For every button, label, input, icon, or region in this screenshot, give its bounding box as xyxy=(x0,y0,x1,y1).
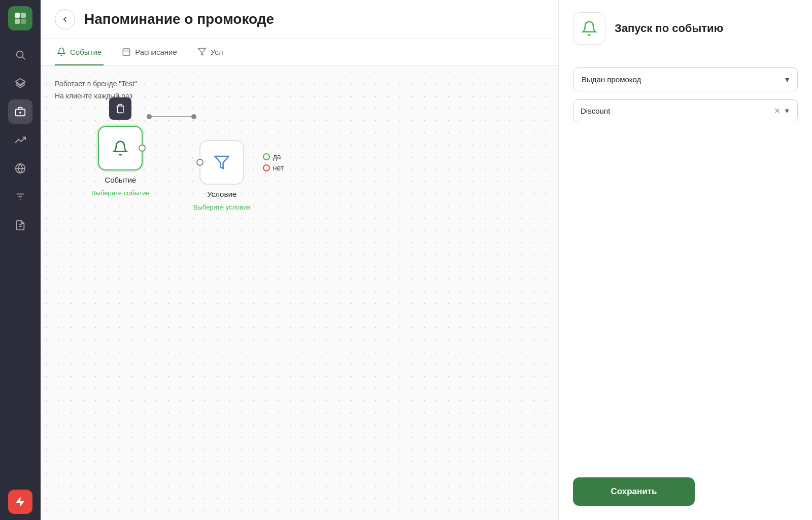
condition-node-wrapper: да нет Условие Выберите условия xyxy=(193,112,251,211)
event-node-label: Событие xyxy=(105,176,136,184)
tag-field[interactable]: Discount ✕ ▼ xyxy=(573,99,798,122)
sidebar-item-analytics[interactable] xyxy=(8,128,32,152)
calendar-icon xyxy=(122,47,131,56)
svg-marker-23 xyxy=(215,156,229,168)
svg-point-4 xyxy=(17,51,23,58)
panel-title: Запуск по событию xyxy=(615,22,723,35)
svg-line-5 xyxy=(22,57,25,59)
tab-event[interactable]: Событие xyxy=(55,39,104,65)
svg-rect-3 xyxy=(21,19,26,24)
tabs-bar: Событие Расписание Усл xyxy=(41,39,558,66)
event-node-sublabel[interactable]: Выберите событие xyxy=(91,189,150,197)
page-header: Напоминание о промокоде xyxy=(41,0,558,39)
output-yes-dot xyxy=(263,153,270,160)
svg-rect-0 xyxy=(15,13,20,18)
tag-field-right: ✕ ▼ xyxy=(774,106,790,116)
panel-icon-box xyxy=(573,12,605,45)
tag-clear-icon[interactable]: ✕ xyxy=(774,106,781,116)
canvas-info-line1: Работает в бренде "Test" xyxy=(55,78,137,90)
flash-button[interactable] xyxy=(8,490,32,514)
filter-icon xyxy=(197,47,207,56)
tag-field-left: Discount xyxy=(581,107,610,115)
panel-bell-icon xyxy=(581,20,597,37)
condition-outputs: да нет xyxy=(263,153,284,172)
bell-node-icon xyxy=(112,140,128,156)
svg-marker-17 xyxy=(16,497,25,507)
bell-icon xyxy=(57,47,66,56)
event-select-wrapper: Выдан промокод Создан заказ Регистрация … xyxy=(573,67,798,91)
back-button[interactable] xyxy=(55,9,75,29)
sidebar xyxy=(0,0,41,520)
sidebar-item-filter[interactable] xyxy=(8,185,32,209)
tab-schedule-label: Расписание xyxy=(135,48,177,56)
output-no-dot xyxy=(263,164,270,171)
save-button[interactable]: Сохранить xyxy=(573,477,695,506)
canvas-area[interactable]: Работает в бренде "Test" На клиенте кажд… xyxy=(41,66,558,520)
svg-rect-2 xyxy=(15,19,20,24)
event-node-output xyxy=(139,145,146,152)
sidebar-item-layers[interactable] xyxy=(8,71,32,95)
output-no-label: нет xyxy=(273,164,284,172)
main-area: Напоминание о промокоде Событие Расписан… xyxy=(41,0,558,520)
sidebar-item-globe[interactable] xyxy=(8,156,32,181)
right-panel: Запуск по событию Выдан промокод Создан … xyxy=(558,0,812,520)
condition-node-sublabel[interactable]: Выберите условия xyxy=(193,203,251,211)
tab-schedule[interactable]: Расписание xyxy=(120,39,179,65)
sidebar-item-export[interactable] xyxy=(8,213,32,237)
svg-marker-22 xyxy=(198,48,206,55)
event-node-wrapper: Событие Выберите событие xyxy=(91,126,150,197)
event-select[interactable]: Выдан промокод Создан заказ Регистрация xyxy=(573,67,798,91)
sidebar-item-campaigns[interactable] xyxy=(8,99,32,124)
tab-condition[interactable]: Усл xyxy=(195,39,225,65)
output-yes: да xyxy=(263,153,284,161)
event-node[interactable] xyxy=(98,126,143,170)
tag-dropdown-icon[interactable]: ▼ xyxy=(784,107,790,115)
condition-node[interactable]: да нет xyxy=(199,140,244,185)
flow-container: Событие Выберите событие xyxy=(91,112,251,211)
app-logo[interactable] xyxy=(8,6,32,30)
svg-rect-1 xyxy=(21,13,26,18)
panel-body: Выдан промокод Создан заказ Регистрация … xyxy=(559,55,812,467)
sidebar-bottom xyxy=(8,490,32,514)
condition-node-icon xyxy=(214,154,230,170)
condition-node-input xyxy=(196,159,204,166)
sidebar-item-search[interactable] xyxy=(8,43,32,67)
delete-button[interactable] xyxy=(109,97,131,120)
condition-node-label: Условие xyxy=(207,190,236,198)
tag-value: Discount xyxy=(581,107,610,115)
svg-rect-18 xyxy=(123,49,130,56)
output-no: нет xyxy=(263,164,284,172)
panel-header: Запуск по событию xyxy=(559,0,812,55)
page-title: Напоминание о промокоде xyxy=(84,11,274,27)
tab-event-label: Событие xyxy=(70,48,101,56)
output-yes-label: да xyxy=(273,153,281,161)
tab-condition-label: Усл xyxy=(211,48,223,56)
canvas-wrapper: Работает в бренде "Test" На клиенте кажд… xyxy=(41,66,558,520)
panel-footer: Сохранить xyxy=(559,467,812,520)
